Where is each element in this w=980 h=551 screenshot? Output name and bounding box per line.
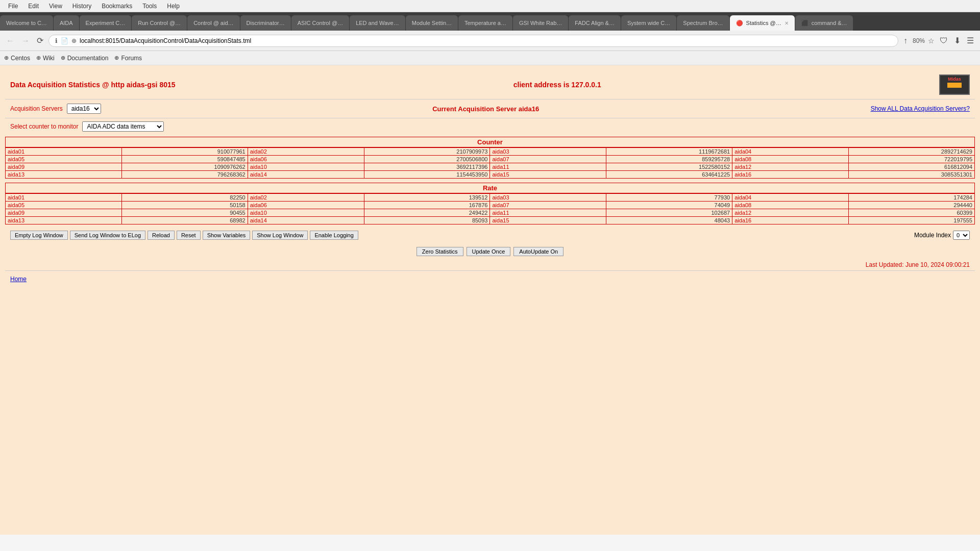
tab-label: FADC Align &… [575, 20, 615, 26]
module-index-label: Module Index [914, 232, 951, 239]
counter-value-cell: 3692117396 [364, 163, 490, 171]
tab-bar: Welcome to C… AIDA Experiment C… Run Con… [0, 12, 980, 31]
reload-button[interactable]: Reload [148, 231, 175, 240]
tab-label: command &… [812, 20, 847, 26]
zero-statistics-button[interactable]: Zero Statistics [416, 247, 463, 256]
tab-module[interactable]: Module Settin… [406, 15, 458, 31]
tab-aida[interactable]: AIDA [54, 15, 79, 31]
rate-label-cell: aida15 [490, 217, 606, 224]
counter-label-cell: aida14 [248, 171, 364, 179]
tab-close-icon[interactable]: ✕ [785, 20, 789, 26]
tab-label: Run Control @… [138, 20, 181, 26]
rate-label-cell: aida03 [490, 194, 606, 202]
empty-log-button[interactable]: Empty Log Window [10, 231, 68, 240]
download-icon[interactable]: ⬇ [952, 35, 963, 46]
reset-button[interactable]: Reset [177, 231, 201, 240]
counter-value-cell: 722019795 [849, 156, 975, 163]
bookmark-documentation[interactable]: ⊕ Documentation [61, 55, 109, 62]
tab-gsi[interactable]: GSI White Rab… [513, 15, 568, 31]
rate-label-cell: aida13 [6, 217, 122, 224]
rate-label-cell: aida07 [490, 202, 606, 209]
buttons-left: Empty Log Window Send Log Window to ELog… [10, 231, 358, 240]
module-index-select[interactable]: 0 [953, 231, 970, 240]
tab-label: System wide C… [627, 20, 670, 26]
counter-select-row: Select counter to monitor AIDA ADC data … [5, 118, 975, 135]
rate-label-cell: aida14 [248, 217, 364, 224]
tab-label: Welcome to C… [6, 20, 47, 26]
bookmark-centos[interactable]: ⊕ Centos [4, 55, 30, 62]
rate-label-cell: aida11 [490, 209, 606, 217]
rate-value-cell: 90455 [121, 209, 248, 217]
bookmark-wiki[interactable]: ⊕ Wiki [36, 55, 55, 62]
rate-value-cell: 174284 [849, 194, 975, 202]
tab-asic[interactable]: ASIC Control @… [291, 15, 349, 31]
menu-help[interactable]: Help [163, 2, 184, 11]
show-all-servers-link[interactable]: Show ALL Data Acquisition Servers? [871, 105, 970, 112]
update-once-button[interactable]: Update Once [467, 247, 511, 256]
rate-value-cell: 77930 [606, 194, 732, 202]
tab-run-control[interactable]: Run Control @… [132, 15, 187, 31]
tab-fadc[interactable]: FADC Align &… [569, 15, 621, 31]
tab-discriminator[interactable]: Discriminator… [240, 15, 291, 31]
tab-led[interactable]: LED and Wave… [350, 15, 405, 31]
rate-label-cell: aida12 [732, 209, 849, 217]
tab-icon-orange: ⬛ [801, 20, 808, 27]
globe-icon-forums: ⊕ [114, 55, 119, 61]
auto-update-button[interactable]: AutoUpdate On [513, 247, 564, 256]
tab-label: GSI White Rab… [519, 20, 562, 26]
tab-experiment[interactable]: Experiment C… [80, 15, 132, 31]
counter-label-cell: aida15 [490, 171, 606, 179]
forward-button[interactable]: → [19, 35, 32, 46]
menu-file[interactable]: File [4, 2, 22, 11]
tab-welcome[interactable]: Welcome to C… [0, 15, 53, 31]
page-header: Data Acquisition Statistics @ http aidas… [5, 70, 975, 99]
bookmark-docs-label: Documentation [67, 55, 109, 62]
bookmark-forums[interactable]: ⊕ Forums [114, 55, 142, 62]
back-button[interactable]: ← [4, 35, 16, 46]
bookmark-star-icon[interactable]: ☆ [928, 37, 935, 45]
menu-edit[interactable]: Edit [24, 2, 43, 11]
show-variables-button[interactable]: Show Variables [203, 231, 251, 240]
enable-logging-button[interactable]: Enable Logging [310, 231, 358, 240]
counter-value-cell: 2892714629 [849, 148, 975, 156]
menu-tools[interactable]: Tools [138, 2, 161, 11]
menu-icon[interactable]: ☰ [965, 35, 976, 46]
shield-icon[interactable]: 🛡 [938, 35, 950, 46]
refresh-button[interactable]: ⟳ [35, 35, 45, 46]
page-title: Data Acquisition Statistics @ http aidas… [10, 81, 176, 89]
tab-control[interactable]: Control @ aid… [187, 15, 239, 31]
tab-statistics[interactable]: 🔴 Statistics @… ✕ [730, 15, 795, 31]
counter-select[interactable]: AIDA ADC data items [82, 121, 164, 132]
menu-bookmarks[interactable]: Bookmarks [97, 2, 136, 11]
home-link[interactable]: Home [10, 276, 27, 283]
rate-label-cell: aida04 [732, 194, 849, 202]
server-select[interactable]: aida16 [67, 104, 101, 114]
page-content: Data Acquisition Statistics @ http aidas… [0, 65, 980, 535]
counter-value-cell: 796268362 [121, 171, 248, 179]
zoom-level[interactable]: 80% [913, 37, 925, 44]
tab-label: Experiment C… [86, 20, 126, 26]
show-log-button[interactable]: Show Log Window [252, 231, 308, 240]
menu-view[interactable]: View [45, 2, 66, 11]
globe-icon-docs: ⊕ [61, 55, 65, 61]
tab-command[interactable]: ⬛ command &… [795, 15, 853, 31]
globe-icon: ⊕ [4, 55, 9, 61]
bookmark-forums-label: Forums [121, 55, 142, 62]
rate-section-header: Rate [5, 183, 975, 193]
tab-temperature[interactable]: Temperature a… [458, 15, 512, 31]
tab-system[interactable]: System wide C… [621, 15, 676, 31]
counter-label-cell: aida11 [490, 163, 606, 171]
rate-value-cell: 139512 [364, 194, 490, 202]
downloads-icon[interactable]: ↑ [901, 35, 910, 46]
counter-label-cell: aida10 [248, 163, 364, 171]
menu-history[interactable]: History [68, 2, 95, 11]
send-log-button[interactable]: Send Log Window to ELog [70, 231, 145, 240]
tab-label: AIDA [60, 20, 73, 26]
counter-table: aida01910077961aida022107909973aida03111… [5, 147, 975, 179]
rate-label-cell: aida08 [732, 202, 849, 209]
counter-label-cell: aida06 [248, 156, 364, 163]
counter-value-cell: 2700506800 [364, 156, 490, 163]
url-input[interactable] [80, 37, 892, 44]
tab-spectrum[interactable]: Spectrum Bro… [677, 15, 729, 31]
rate-label-cell: aida10 [248, 209, 364, 217]
